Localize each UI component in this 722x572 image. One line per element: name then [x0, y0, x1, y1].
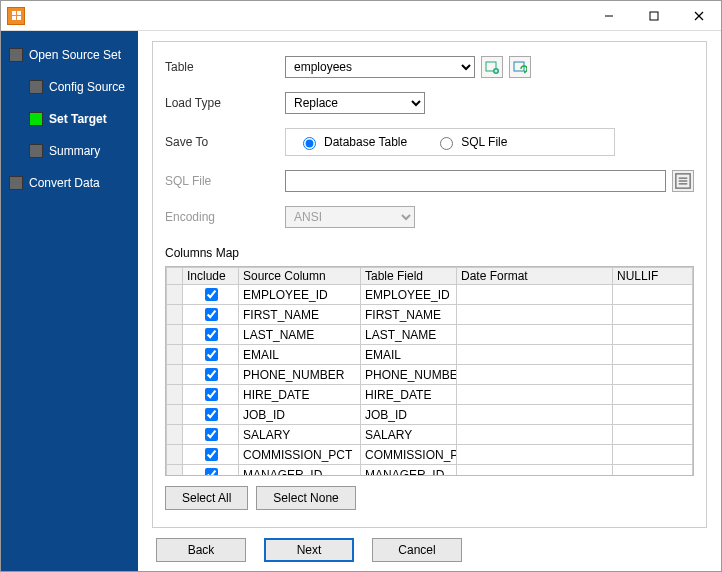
include-checkbox[interactable] — [205, 368, 218, 381]
cancel-button[interactable]: Cancel — [372, 538, 462, 562]
include-checkbox[interactable] — [205, 308, 218, 321]
load-type-select[interactable]: Replace — [285, 92, 425, 114]
radio-database-input[interactable] — [303, 137, 316, 150]
row-header[interactable] — [167, 385, 183, 405]
nullif-cell[interactable] — [613, 385, 693, 405]
table-row[interactable]: COMMISSION_PCTCOMMISSION_PC — [167, 445, 693, 465]
table-row[interactable]: PHONE_NUMBERPHONE_NUMBER — [167, 365, 693, 385]
source-cell[interactable]: FIRST_NAME — [239, 305, 361, 325]
row-header[interactable] — [167, 325, 183, 345]
header-table[interactable]: Table Field — [361, 268, 457, 285]
table-row[interactable]: HIRE_DATEHIRE_DATE — [167, 385, 693, 405]
table-row[interactable]: LAST_NAMELAST_NAME — [167, 325, 693, 345]
table-cell[interactable]: EMPLOYEE_ID — [361, 285, 457, 305]
row-header[interactable] — [167, 405, 183, 425]
date-cell[interactable] — [457, 425, 613, 445]
include-cell[interactable] — [183, 345, 239, 365]
nullif-cell[interactable] — [613, 365, 693, 385]
include-cell[interactable] — [183, 285, 239, 305]
nullif-cell[interactable] — [613, 345, 693, 365]
header-date[interactable]: Date Format — [457, 268, 613, 285]
date-cell[interactable] — [457, 445, 613, 465]
include-cell[interactable] — [183, 405, 239, 425]
source-cell[interactable]: JOB_ID — [239, 405, 361, 425]
date-cell[interactable] — [457, 405, 613, 425]
step-config-source[interactable]: Config Source — [29, 75, 130, 99]
include-checkbox[interactable] — [205, 328, 218, 341]
date-cell[interactable] — [457, 385, 613, 405]
include-cell[interactable] — [183, 465, 239, 477]
table-row[interactable]: EMPLOYEE_IDEMPLOYEE_ID — [167, 285, 693, 305]
select-none-button[interactable]: Select None — [256, 486, 355, 510]
header-include[interactable]: Include — [183, 268, 239, 285]
browse-file-icon[interactable] — [672, 170, 694, 192]
minimize-button[interactable] — [586, 1, 631, 30]
nullif-cell[interactable] — [613, 445, 693, 465]
next-button[interactable]: Next — [264, 538, 354, 562]
include-checkbox[interactable] — [205, 408, 218, 421]
radio-sql-input[interactable] — [440, 137, 453, 150]
date-cell[interactable] — [457, 305, 613, 325]
row-header[interactable] — [167, 465, 183, 477]
row-header[interactable] — [167, 305, 183, 325]
row-header[interactable] — [167, 285, 183, 305]
nullif-cell[interactable] — [613, 405, 693, 425]
include-cell[interactable] — [183, 325, 239, 345]
table-row[interactable]: EMAILEMAIL — [167, 345, 693, 365]
source-cell[interactable]: LAST_NAME — [239, 325, 361, 345]
include-checkbox[interactable] — [205, 288, 218, 301]
select-all-button[interactable]: Select All — [165, 486, 248, 510]
include-cell[interactable] — [183, 385, 239, 405]
date-cell[interactable] — [457, 345, 613, 365]
include-cell[interactable] — [183, 425, 239, 445]
row-header[interactable] — [167, 445, 183, 465]
radio-database-table[interactable]: Database Table — [298, 134, 407, 150]
source-cell[interactable]: MANAGER_ID — [239, 465, 361, 477]
table-row[interactable]: JOB_IDJOB_ID — [167, 405, 693, 425]
date-cell[interactable] — [457, 285, 613, 305]
table-cell[interactable]: HIRE_DATE — [361, 385, 457, 405]
step-open-source-set[interactable]: Open Source Set — [9, 43, 130, 67]
refresh-table-icon[interactable] — [509, 56, 531, 78]
table-cell[interactable]: PHONE_NUMBER — [361, 365, 457, 385]
step-summary[interactable]: Summary — [29, 139, 130, 163]
columns-map-grid[interactable]: Include Source Column Table Field Date F… — [165, 266, 694, 476]
include-cell[interactable] — [183, 305, 239, 325]
header-nullif[interactable]: NULLIF — [613, 268, 693, 285]
step-convert-data[interactable]: Convert Data — [9, 171, 130, 195]
include-checkbox[interactable] — [205, 468, 218, 476]
include-cell[interactable] — [183, 365, 239, 385]
source-cell[interactable]: HIRE_DATE — [239, 385, 361, 405]
table-select[interactable]: employees — [285, 56, 475, 78]
maximize-button[interactable] — [631, 1, 676, 30]
source-cell[interactable]: EMPLOYEE_ID — [239, 285, 361, 305]
include-checkbox[interactable] — [205, 388, 218, 401]
nullif-cell[interactable] — [613, 285, 693, 305]
include-checkbox[interactable] — [205, 348, 218, 361]
close-button[interactable] — [676, 1, 721, 30]
source-cell[interactable]: PHONE_NUMBER — [239, 365, 361, 385]
nullif-cell[interactable] — [613, 305, 693, 325]
table-cell[interactable]: MANAGER_ID — [361, 465, 457, 477]
table-row[interactable]: FIRST_NAMEFIRST_NAME — [167, 305, 693, 325]
table-cell[interactable]: FIRST_NAME — [361, 305, 457, 325]
table-row[interactable]: SALARYSALARY — [167, 425, 693, 445]
table-cell[interactable]: SALARY — [361, 425, 457, 445]
row-header[interactable] — [167, 425, 183, 445]
add-table-icon[interactable] — [481, 56, 503, 78]
table-cell[interactable]: JOB_ID — [361, 405, 457, 425]
date-cell[interactable] — [457, 325, 613, 345]
include-cell[interactable] — [183, 445, 239, 465]
nullif-cell[interactable] — [613, 425, 693, 445]
source-cell[interactable]: COMMISSION_PCT — [239, 445, 361, 465]
include-checkbox[interactable] — [205, 428, 218, 441]
date-cell[interactable] — [457, 365, 613, 385]
table-cell[interactable]: COMMISSION_PC — [361, 445, 457, 465]
nullif-cell[interactable] — [613, 325, 693, 345]
radio-sql-file[interactable]: SQL File — [435, 134, 507, 150]
table-cell[interactable]: LAST_NAME — [361, 325, 457, 345]
table-cell[interactable]: EMAIL — [361, 345, 457, 365]
source-cell[interactable]: EMAIL — [239, 345, 361, 365]
date-cell[interactable] — [457, 465, 613, 477]
header-source[interactable]: Source Column — [239, 268, 361, 285]
